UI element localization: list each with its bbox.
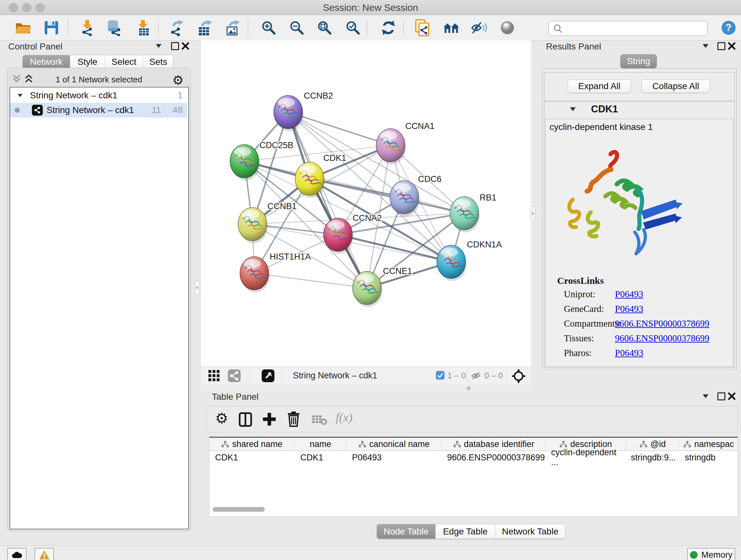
export-network-icon[interactable]: [168, 19, 186, 37]
column-header[interactable]: @id: [626, 438, 680, 451]
birdseye-view-icon[interactable]: [262, 369, 275, 383]
network-edge[interactable]: [288, 112, 391, 145]
node-label-CCNA1: CCNA1: [405, 121, 434, 131]
network-node-RB1[interactable]: RB1: [450, 193, 496, 233]
network-edge[interactable]: [288, 112, 367, 288]
control-panel-menu-icon[interactable]: [156, 44, 161, 48]
network-node-CCNE1[interactable]: CCNE1: [353, 266, 412, 307]
cell-database-identifier[interactable]: 9606.ENSP00000378699: [441, 451, 545, 464]
collapse-all-button[interactable]: Collapse All: [642, 79, 710, 93]
import-table-icon[interactable]: [135, 19, 152, 37]
hide-selected-icon[interactable]: [470, 19, 488, 37]
tab-string[interactable]: String: [620, 54, 657, 68]
column-header[interactable]: name: [294, 438, 347, 451]
column-header[interactable]: database identifier: [442, 438, 546, 451]
save-session-icon[interactable]: [43, 19, 60, 37]
tab-network[interactable]: Network: [23, 55, 70, 69]
export-image-icon[interactable]: [223, 19, 241, 37]
compartments-link[interactable]: 9606.ENSP00000378699: [615, 316, 710, 331]
genecard-link[interactable]: P06493: [615, 301, 710, 316]
show-columns-icon[interactable]: [239, 412, 253, 427]
help-icon[interactable]: ?: [720, 19, 738, 37]
results-panel-close-icon[interactable]: [728, 42, 736, 50]
pharos-link[interactable]: P06493: [615, 346, 710, 360]
warnings-button[interactable]: [35, 548, 54, 560]
cell-namespace[interactable]: stringdb: [679, 451, 737, 464]
search-box[interactable]: [548, 21, 708, 36]
network-edge[interactable]: [254, 273, 367, 288]
splitter-drag-dot[interactable]: [467, 386, 471, 390]
column-header[interactable]: canonical name: [347, 438, 442, 451]
table-panel-float-icon[interactable]: [718, 392, 725, 400]
status-bar: [0, 545, 741, 560]
network-options-gear-icon[interactable]: ⚙: [172, 73, 184, 87]
network-collection-row[interactable]: String Network – cdk1 1: [10, 88, 187, 103]
network-edge[interactable]: [288, 112, 464, 213]
cell-id[interactable]: stringdb:9...: [625, 451, 679, 464]
cell-shared-name[interactable]: CDK1: [209, 451, 294, 464]
control-panel-float-icon[interactable]: [171, 42, 179, 50]
delete-column-trash-icon[interactable]: [287, 411, 300, 427]
uniprot-link[interactable]: P06493: [615, 287, 710, 301]
move-crosshair-icon[interactable]: [511, 369, 526, 383]
network-node-HIST1H1A[interactable]: HIST1H1A: [240, 252, 311, 293]
network-node-CCNA2[interactable]: CCNA2: [324, 213, 382, 254]
cell-canonical-name[interactable]: P06493: [346, 451, 441, 464]
zoom-fit-icon[interactable]: [316, 19, 333, 37]
column-header[interactable]: shared name: [209, 438, 294, 451]
network-node-CCNB2[interactable]: CCNB2: [274, 91, 333, 131]
memory-button[interactable]: Memory: [687, 548, 735, 560]
import-network-database-icon[interactable]: [105, 19, 123, 37]
column-header[interactable]: namespac: [680, 438, 738, 451]
table-horizontal-scrollbar[interactable]: [212, 507, 265, 512]
import-network-file-icon[interactable]: [78, 19, 96, 37]
export-table-icon[interactable]: [196, 19, 213, 37]
grid-view-icon[interactable]: [208, 370, 224, 381]
tab-sets[interactable]: Sets: [143, 55, 173, 69]
network-node-CCNA1[interactable]: CCNA1: [376, 121, 434, 165]
tab-select[interactable]: Select: [105, 55, 143, 69]
open-session-icon[interactable]: [14, 19, 32, 37]
left-splitter-grip[interactable]: [195, 280, 200, 295]
horizontal-splitter[interactable]: [201, 384, 531, 392]
expand-all-networks-icon[interactable]: [23, 74, 35, 84]
cloud-icon: [11, 551, 23, 559]
selected-checkbox-icon[interactable]: [436, 371, 445, 380]
table-panel-close-icon[interactable]: [728, 392, 736, 400]
table-row[interactable]: CDK1 CDK1 P06493 9606.ENSP00000378699 cy…: [209, 451, 738, 464]
control-panel-close-icon[interactable]: [181, 42, 190, 50]
network-node-count: 11: [152, 105, 161, 115]
cell-name[interactable]: CDK1: [294, 451, 346, 464]
tab-network-table[interactable]: Network Table: [495, 524, 565, 539]
tab-node-table[interactable]: Node Table: [377, 524, 435, 539]
gene-section-collapse-icon[interactable]: [570, 107, 576, 111]
create-column-plus-icon[interactable]: [262, 412, 276, 426]
zoom-in-icon[interactable]: [260, 19, 278, 37]
network-canvas[interactable]: CCNB2CCNA1CDC25BCDK1CDC6RB1CCNB1CCNA2CDK…: [201, 40, 531, 367]
results-panel-menu-icon[interactable]: [703, 44, 709, 48]
cloud-status-button[interactable]: [7, 548, 26, 560]
table-panel-menu-icon[interactable]: [703, 394, 709, 398]
right-splitter-grip[interactable]: [530, 206, 536, 221]
clone-network-icon[interactable]: [414, 19, 431, 37]
zoom-selected-icon[interactable]: [344, 19, 362, 37]
collapse-all-networks-icon[interactable]: [11, 74, 22, 84]
refresh-icon[interactable]: [380, 19, 397, 37]
string-view-icon[interactable]: [228, 369, 241, 383]
tab-edge-table[interactable]: Edge Table: [435, 524, 495, 539]
network-view-title: String Network – cdk1: [293, 371, 377, 381]
expand-all-button[interactable]: Expand All: [568, 79, 631, 93]
zoom-out-icon[interactable]: [288, 19, 306, 37]
cell-description[interactable]: cyclin-dependent ...: [545, 451, 625, 464]
results-panel-float-icon[interactable]: [718, 42, 725, 50]
tab-style[interactable]: Style: [70, 55, 105, 69]
tissues-link[interactable]: 9606.ENSP00000378699: [615, 331, 710, 346]
network-row-selected[interactable]: String Network – cdk1 11 48: [10, 103, 187, 118]
collection-collapse-icon[interactable]: [17, 94, 22, 97]
search-input[interactable]: [567, 22, 707, 35]
network-node-CDKN1A[interactable]: CDKN1A: [437, 240, 502, 281]
protein-structure-image: [563, 148, 684, 260]
home-networks-icon[interactable]: [442, 19, 460, 37]
table-settings-gear-icon[interactable]: ⚙: [215, 410, 228, 427]
show-graphics-details-icon[interactable]: [498, 19, 516, 37]
